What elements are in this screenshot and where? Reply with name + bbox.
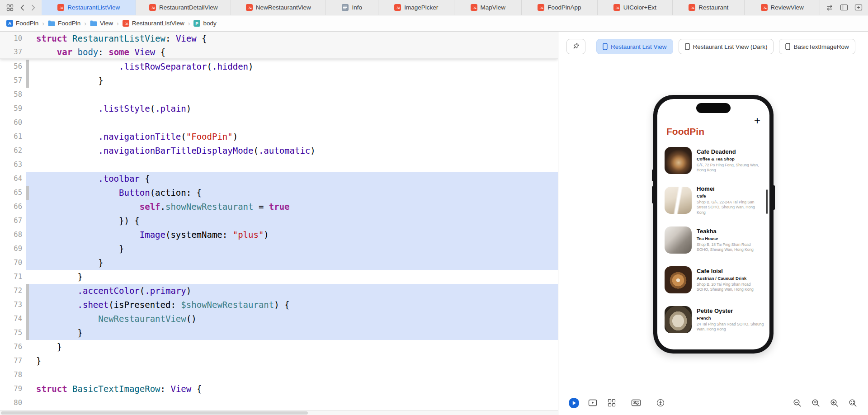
- line-number[interactable]: 71: [0, 270, 26, 284]
- restaurant-row-Cafe loisl[interactable]: Cafe loislAustrian / Causual DrinkShop B…: [657, 260, 769, 300]
- line-number[interactable]: 69: [0, 242, 26, 256]
- editor-grid-icon[interactable]: [6, 4, 14, 11]
- zoom-fit-button[interactable]: [845, 396, 860, 410]
- code-line-75[interactable]: 75 }: [0, 326, 558, 340]
- breadcrumb-item-body[interactable]: Pbody: [193, 20, 216, 27]
- code-line-37[interactable]: 37 var body: some View {: [0, 45, 558, 59]
- code-line-78[interactable]: 78: [0, 368, 558, 382]
- line-number[interactable]: 75: [0, 326, 26, 340]
- editor-tab-Restaurant[interactable]: Restaurant: [673, 0, 745, 15]
- line-number[interactable]: 10: [0, 32, 26, 45]
- line-number[interactable]: 79: [0, 382, 26, 396]
- line-number[interactable]: 74: [0, 312, 26, 326]
- line-number[interactable]: 65: [0, 186, 26, 200]
- line-number[interactable]: 76: [0, 340, 26, 354]
- restaurant-row-Cafe Deadend[interactable]: Cafe DeadendCoffee & Tea ShopG/F, 72 Po …: [657, 141, 769, 180]
- breadcrumb-item-FoodPin[interactable]: AFoodPin: [6, 20, 38, 27]
- restaurant-row-Petite Oyster[interactable]: Petite OysterFrench24 Tai Ping Shan Road…: [657, 300, 769, 340]
- editor-tab-ImagePicker[interactable]: ImagePicker: [378, 0, 454, 15]
- selectable-mode-button[interactable]: [585, 396, 600, 410]
- code-line-71[interactable]: 71 }: [0, 270, 558, 284]
- line-number[interactable]: 61: [0, 130, 26, 144]
- line-number[interactable]: 72: [0, 284, 26, 298]
- editor-tab-Info[interactable]: Info: [326, 0, 378, 15]
- play-button[interactable]: [566, 396, 581, 410]
- line-number[interactable]: 62: [0, 144, 26, 158]
- code-line-74[interactable]: 74 NewRestaurantView(): [0, 312, 558, 326]
- code-line-70[interactable]: 70 }: [0, 256, 558, 270]
- code-line-68[interactable]: 68 Image(systemName: "plus"): [0, 228, 558, 242]
- editor-tab-MapView[interactable]: MapView: [454, 0, 522, 15]
- line-number[interactable]: 80: [0, 396, 26, 410]
- code-line-58[interactable]: 58: [0, 88, 558, 102]
- editor-tab-RestaurantDetailView[interactable]: RestaurantDetailView: [136, 0, 231, 15]
- project-icon: A: [6, 20, 13, 27]
- code-line-63[interactable]: 63: [0, 158, 558, 172]
- code-line-66[interactable]: 66 self.showNewRestaurant = true: [0, 200, 558, 214]
- editor-options-icon[interactable]: [840, 4, 848, 11]
- code-line-77[interactable]: 77}: [0, 354, 558, 368]
- line-number[interactable]: 63: [0, 158, 26, 172]
- editor-tab-RestaurantListView[interactable]: RestaurantListView: [42, 0, 136, 15]
- line-number[interactable]: 78: [0, 368, 26, 382]
- line-number[interactable]: 64: [0, 172, 26, 186]
- breadcrumb-item-RestaurantListView[interactable]: RestaurantListView: [123, 20, 184, 27]
- accessibility-button[interactable]: [653, 396, 668, 410]
- code-line-69[interactable]: 69 }: [0, 242, 558, 256]
- code-line-79[interactable]: 79struct BasicTextImageRow: View {: [0, 382, 558, 396]
- line-number[interactable]: 57: [0, 74, 26, 88]
- code-line-57[interactable]: 57 }: [0, 74, 558, 88]
- zoom-actual-button[interactable]: [808, 396, 823, 410]
- code-line-62[interactable]: 62 .navigationBarTitleDisplayMode(.autom…: [0, 144, 558, 158]
- editor-tab-FoodPinApp[interactable]: FoodPinApp: [522, 0, 598, 15]
- code-line-73[interactable]: 73 .sheet(isPresented: $showNewRestauran…: [0, 298, 558, 312]
- line-number[interactable]: 60: [0, 116, 26, 130]
- breadcrumb-item-View[interactable]: View: [90, 20, 113, 27]
- editor-tab-NewRestaurantView[interactable]: NewRestaurantView: [231, 0, 326, 15]
- preview-tab-Restaurant List View (Dark)[interactable]: Restaurant List View (Dark): [679, 39, 774, 54]
- code-line-76[interactable]: 76 }: [0, 340, 558, 354]
- line-number[interactable]: 66: [0, 200, 26, 214]
- variants-button[interactable]: [604, 396, 619, 410]
- restaurant-row-Homei[interactable]: HomeiCafeShop B, G/F, 22-24A Tai Ping Sa…: [657, 180, 769, 220]
- code-line-65[interactable]: 65 Button(action: {: [0, 186, 558, 200]
- code-line-60[interactable]: 60: [0, 116, 558, 130]
- line-number[interactable]: 37: [0, 45, 26, 58]
- swap-editor-icon[interactable]: [826, 4, 834, 11]
- line-number[interactable]: 67: [0, 214, 26, 228]
- accessibility-icon: [656, 399, 665, 407]
- device-settings-button[interactable]: [629, 396, 643, 410]
- horizontal-scrollbar[interactable]: [0, 410, 558, 415]
- breadcrumb-item-FoodPin[interactable]: FoodPin: [48, 20, 80, 27]
- folder-icon: [48, 20, 55, 26]
- code-line-72[interactable]: 72 .accentColor(.primary): [0, 284, 558, 298]
- code-line-61[interactable]: 61 .navigationTitle("FoodPin"): [0, 130, 558, 144]
- zoom-out-button[interactable]: [790, 396, 804, 410]
- line-number[interactable]: 59: [0, 102, 26, 116]
- editor-tab-ReviewView[interactable]: ReviewView: [745, 0, 820, 15]
- code-line-10[interactable]: 10struct RestaurantListView: View {: [0, 32, 558, 45]
- scrollbar-thumb[interactable]: [1, 411, 308, 415]
- forward-button[interactable]: [31, 5, 35, 11]
- line-number[interactable]: 77: [0, 354, 26, 368]
- line-number[interactable]: 58: [0, 88, 26, 102]
- code-line-80[interactable]: 80: [0, 396, 558, 410]
- preview-tab-Restaurant List View[interactable]: Restaurant List View: [596, 39, 673, 54]
- code-editor[interactable]: 56 .listRowSeparator(.hidden)57 }5859 .l…: [0, 32, 558, 415]
- line-number[interactable]: 70: [0, 256, 26, 270]
- add-restaurant-button[interactable]: +: [754, 115, 760, 126]
- code-line-64[interactable]: 64 .toolbar {: [0, 172, 558, 186]
- preview-tab-BasicTextImageRow[interactable]: BasicTextImageRow: [779, 39, 855, 54]
- add-editor-icon[interactable]: [854, 4, 863, 11]
- pin-preview-button[interactable]: [566, 39, 585, 54]
- code-line-56[interactable]: 56 .listRowSeparator(.hidden): [0, 60, 558, 74]
- back-button[interactable]: [20, 5, 24, 11]
- zoom-in-button[interactable]: [827, 396, 841, 410]
- restaurant-row-Teakha[interactable]: TeakhaTea HouseShop B, 18 Tai Ping Shan …: [657, 220, 769, 260]
- code-line-67[interactable]: 67 }) {: [0, 214, 558, 228]
- code-line-59[interactable]: 59 .listStyle(.plain): [0, 102, 558, 116]
- line-number[interactable]: 68: [0, 228, 26, 242]
- line-number[interactable]: 73: [0, 298, 26, 312]
- line-number[interactable]: 56: [0, 60, 26, 74]
- editor-tab-UIColor+Ext[interactable]: UIColor+Ext: [598, 0, 673, 15]
